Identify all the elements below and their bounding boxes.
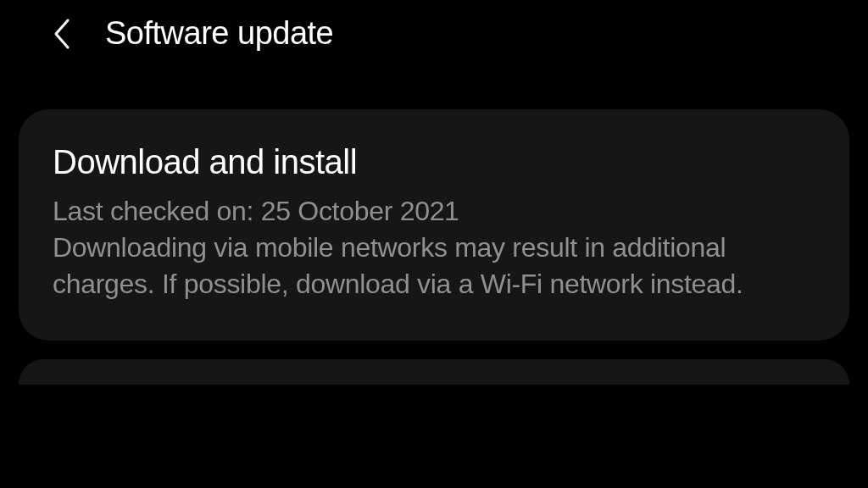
- back-button[interactable]: [51, 17, 71, 51]
- chevron-left-icon: [51, 17, 71, 51]
- next-card-peek: [19, 359, 849, 385]
- download-install-card[interactable]: Download and install Last checked on: 25…: [19, 109, 849, 341]
- page-title: Software update: [105, 15, 333, 52]
- last-checked-text: Last checked on: 25 October 2021: [53, 193, 815, 230]
- header: Software update: [0, 0, 868, 67]
- card-title: Download and install: [53, 143, 815, 181]
- card-description: Downloading via mobile networks may resu…: [53, 230, 815, 302]
- content-area: Download and install Last checked on: 25…: [0, 67, 868, 385]
